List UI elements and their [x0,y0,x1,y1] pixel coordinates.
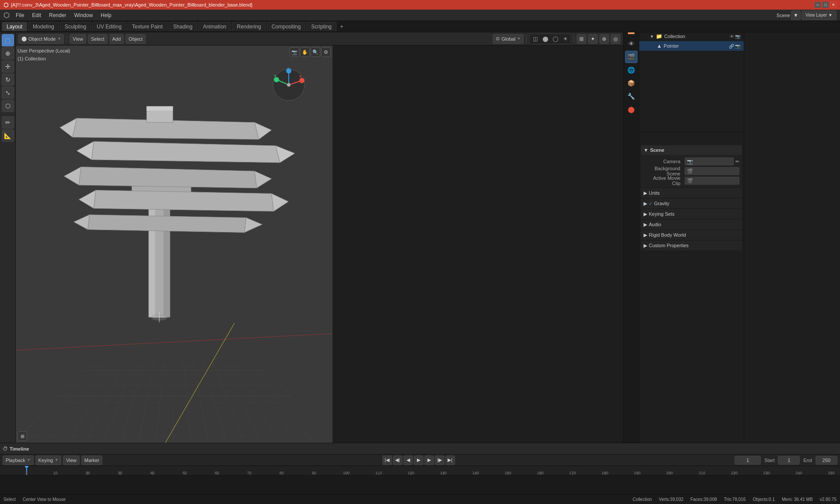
start-frame-input[interactable] [778,456,800,465]
blender-menu-logo[interactable]: ⬡ [4,11,10,19]
close-button[interactable]: ✕ [830,2,836,8]
proportional-btn[interactable]: ◎ [611,34,620,44]
tab-scripting[interactable]: Scripting [306,22,336,31]
select-box-tool[interactable]: ⬚ [2,34,14,46]
viewport-transform-icon[interactable]: ⊞ [18,431,27,441]
menu-help[interactable]: Help [97,11,115,19]
current-frame-input[interactable] [735,456,761,465]
gizmo-btn[interactable]: ✦ [588,34,598,44]
camera-value[interactable]: 📷 [685,158,734,165]
overlay-btn[interactable]: ⊞ [577,34,586,44]
prev-frame-button[interactable]: ◀ [403,455,413,465]
select-label: Select [91,36,105,42]
gravity-checkbox[interactable]: ✓ [649,201,652,206]
camera-edit-icon[interactable]: ✏ [735,159,739,164]
keying-menu[interactable]: Keying ▼ [35,455,62,465]
title-bar-controls[interactable]: ─ □ ✕ [815,2,836,8]
next-frame-button[interactable]: ▶ [424,455,434,465]
start-label: Start [764,458,774,463]
tab-animation[interactable]: Animation [198,22,231,31]
tab-uv-editing[interactable]: UV Editing [92,22,126,31]
annotate-tool[interactable]: ✏ [2,116,14,129]
outliner-pointer[interactable]: ▲ Pointer 🔗 📷 [639,41,744,51]
playback-menu[interactable]: Playback ▼ [3,455,34,465]
transform-tool[interactable]: ⬡ [2,100,14,112]
tab-layout[interactable]: Layout [2,22,27,31]
maximize-button[interactable]: □ [822,2,829,8]
units-section-header[interactable]: ▶ Units [641,188,742,198]
menu-file[interactable]: File [12,11,28,19]
minimize-button[interactable]: ─ [815,2,821,8]
marker-menu[interactable]: Marker [81,455,102,465]
svg-marker-16 [88,215,246,233]
add-workspace-button[interactable]: + [337,22,346,31]
active-movie-clip-value[interactable]: 🎬 [685,177,739,185]
move-tool[interactable]: ✛ [2,60,14,73]
measure-tool[interactable]: 📐 [2,130,14,142]
world-props-icon[interactable]: 🌐 [625,64,637,76]
material-props-icon[interactable]: ⬤ [625,103,637,116]
tab-sculpting[interactable]: Sculpting [60,22,91,31]
rigid-body-world-section-header[interactable]: ▶ Rigid Body World [641,230,742,240]
jump-start-button[interactable]: |◀ [382,455,392,465]
transform-pivot[interactable]: ⊙ Global ▼ [493,34,524,44]
prev-keyframe-button[interactable]: ◀| [393,455,402,465]
tab-texture-paint[interactable]: Texture Paint [127,22,168,31]
material-btn[interactable]: ◯ [550,35,560,43]
viewport-3d[interactable]: User Perspective (Local) (1) Collection … [16,46,332,443]
scene-props-icon[interactable]: 🎬 [625,51,637,63]
keying-sets-section-header[interactable]: ▶ Keying Sets [641,209,742,219]
rigid-body-label: Rigid Body World [649,232,686,238]
view-layer[interactable]: View Layer ▼ [802,10,836,20]
background-scene-value[interactable]: 🎬 [685,167,739,175]
camera-label: Camera [644,159,683,164]
scene-section-header[interactable]: ▼ Scene [641,145,742,155]
next-keyframe-button[interactable]: |▶ [435,455,444,465]
marker-label: Marker [84,458,99,463]
audio-section-header[interactable]: ▶ Audio [641,220,742,229]
outliner-collection[interactable]: ▼ 📁 Collection 👁 📷 [639,32,744,41]
perspective-label: User Perspective (Local) [18,47,70,55]
object-mode-selector[interactable]: ⬤ Object Mode ▼ [18,34,64,44]
wireframe-btn[interactable]: ◫ [530,35,540,43]
solid-btn active[interactable]: ⬤ [540,35,550,43]
view-layer-props-icon[interactable]: 👁 [625,38,637,50]
ruler-tick-line-1 [26,472,27,475]
scene-name: Scene [777,13,790,18]
tab-shading[interactable]: Shading [168,22,197,31]
object-props-icon[interactable]: 📦 [625,77,637,89]
scene-selector[interactable]: ▼ [791,10,801,20]
collection-arrow: ▼ [650,34,654,39]
select-menu[interactable]: Select [88,34,108,44]
menu-edit[interactable]: Edit [28,11,45,19]
viewport-zoom-icon[interactable]: 🔍 [311,47,320,57]
menu-window[interactable]: Window [70,11,96,19]
timeline-view-menu[interactable]: View [63,455,80,465]
tab-compositing[interactable]: Compositing [267,22,306,31]
rotate-tool[interactable]: ↻ [2,74,14,86]
svg-marker-11 [255,171,272,188]
viewport-cameras-icon[interactable]: 📷 [290,47,299,57]
object-menu[interactable]: Object [126,34,146,44]
cursor-tool[interactable]: ⊕ [2,47,14,60]
menu-render[interactable]: Render [46,11,70,19]
viewport-gizmo[interactable]: X Y Z [271,67,306,102]
play-button[interactable]: ▶ [414,455,424,465]
active-movie-clip-label: Active Movie Clip [644,175,683,186]
viewport-hand-icon[interactable]: ✋ [300,47,310,57]
end-frame-input[interactable] [816,456,837,465]
jump-end-button[interactable]: ▶| [445,455,455,465]
gravity-section-header[interactable]: ▶ ✓ Gravity [641,199,742,208]
custom-props-section-header[interactable]: ▶ Custom Properties [641,241,742,250]
snap-btn[interactable]: ⊕ [599,34,609,44]
add-menu[interactable]: Add [109,34,124,44]
view-menu[interactable]: View [70,34,86,44]
ruler-tick-line-10 [56,472,56,475]
bg-scene-icon: 🎬 [687,168,693,174]
rendered-btn[interactable]: ☀ [560,35,570,43]
modifier-props-icon[interactable]: 🔧 [625,90,637,102]
scale-tool[interactable]: ⤡ [2,87,14,99]
tab-rendering[interactable]: Rendering [232,22,266,31]
tab-modeling[interactable]: Modeling [28,22,59,31]
viewport-settings-icon[interactable]: ⚙ [321,47,331,57]
